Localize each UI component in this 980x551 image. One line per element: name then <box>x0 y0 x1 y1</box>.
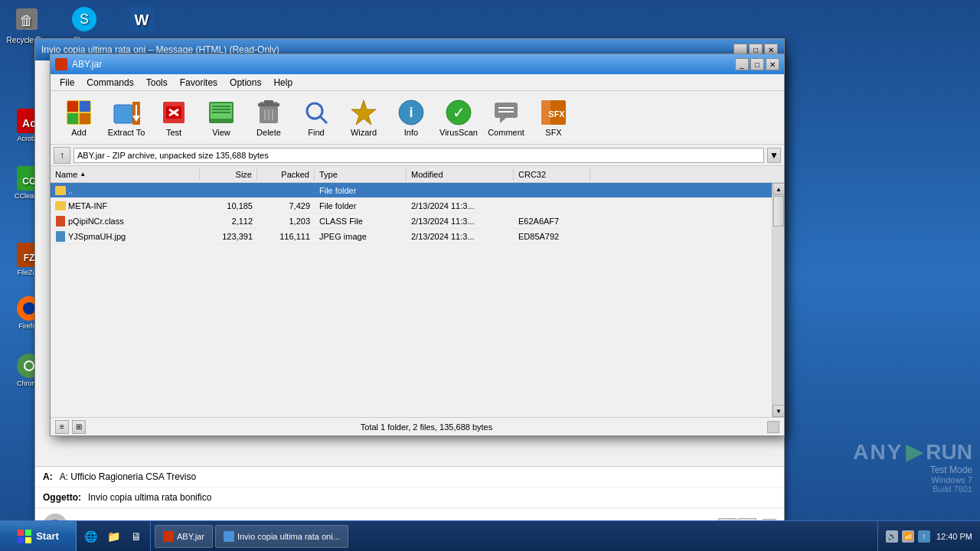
toolbar-info-btn[interactable]: i Info <box>389 95 433 141</box>
menu-file[interactable]: File <box>54 76 80 90</box>
corner-resize[interactable] <box>767 421 779 433</box>
toolbar-test-btn[interactable]: Test <box>152 95 196 141</box>
svg-rect-21 <box>80 113 90 124</box>
file-list-content: .. File folder <box>51 183 772 417</box>
svg-text:✓: ✓ <box>452 104 466 121</box>
vertical-scrollbar[interactable]: ▲ ▼ <box>772 183 784 417</box>
tray-clock[interactable]: 12:40 PM <box>936 532 972 541</box>
status-btn-1[interactable]: ≡ <box>55 420 69 434</box>
toolbar-delete-label: Delete <box>256 128 281 137</box>
file-crc32-cell: ED85A792 <box>514 232 590 241</box>
winrar-close-btn[interactable]: ✕ <box>766 58 779 70</box>
file-size-cell: 2,112 <box>200 217 257 226</box>
delete-icon <box>255 99 283 126</box>
col-header-crc32[interactable]: CRC32 <box>514 168 590 181</box>
toolbar-find-btn[interactable]: Find <box>294 95 338 141</box>
toolbar-virusscan-label: VirusScan <box>439 128 478 137</box>
quick-launch-ie[interactable]: 🌐 <box>80 526 101 547</box>
taskbar-item-icon <box>224 531 234 542</box>
table-row[interactable]: pQipiNCr.class 2,112 1,203 CLASS File 2/… <box>51 214 772 229</box>
winrar-main-area: File Commands Tools Favorites Options He… <box>51 74 784 435</box>
sort-arrow-name: ▲ <box>80 171 86 178</box>
tray-icon-notifications[interactable]: ! <box>918 530 930 543</box>
file-modified-cell: 2/13/2024 11:3... <box>407 217 514 226</box>
taskbar-items: ABY.jar Invio copia ultima rata oni... <box>151 521 877 551</box>
status-text: Total 1 folder, 2 files, 135,688 bytes <box>313 422 541 432</box>
table-row[interactable]: .. File folder <box>51 183 772 198</box>
email-subject-value: Invio copia ultima rata bonifico <box>88 492 211 503</box>
table-row[interactable]: YJSpmaUH.jpg 123,391 116,111 JPEG image … <box>51 229 772 244</box>
taskbar-item-winrar[interactable]: ABY.jar <box>155 525 213 548</box>
toolbar-comment-btn[interactable]: Comment <box>484 95 528 141</box>
tray-icons: 🔊 📶 ! <box>886 530 930 543</box>
svg-point-16 <box>25 362 33 370</box>
scroll-down-arrow[interactable]: ▼ <box>773 405 784 417</box>
menu-options[interactable]: Options <box>224 76 267 90</box>
winrar-address-bar: ↑ ABY.jar - ZIP archive, unpacked size 1… <box>51 145 784 166</box>
comment-icon <box>492 99 520 126</box>
scroll-thumb[interactable] <box>773 196 784 227</box>
toolbar-view-btn[interactable]: View <box>199 95 243 141</box>
toolbar-extract-btn[interactable]: Extract To <box>104 95 149 141</box>
toolbar-sfx-btn[interactable]: SFX SFX <box>531 95 576 141</box>
taskbar-tray: 🔊 📶 ! 12:40 PM <box>877 521 980 551</box>
menu-tools[interactable]: Tools <box>140 76 174 90</box>
toolbar-wizard-btn[interactable]: Wizard <box>341 95 386 141</box>
svg-rect-19 <box>80 101 90 112</box>
svg-rect-36 <box>258 103 279 106</box>
winrar-status-bar: ≡ ⊞ Total 1 folder, 2 files, 135,688 byt… <box>51 417 784 435</box>
status-btn-2[interactable]: ⊞ <box>72 420 86 434</box>
email-to-row: A: A: Ufficio Ragioneria CSA Treviso <box>35 467 784 487</box>
file-type-cell: File folder <box>315 186 407 195</box>
svg-marker-43 <box>351 100 376 125</box>
extract-icon <box>113 99 140 126</box>
wizard-icon <box>350 99 377 126</box>
table-row[interactable]: META-INF 10,185 7,429 File folder 2/13/2… <box>51 198 772 214</box>
toolbar-delete-btn[interactable]: Delete <box>247 95 291 141</box>
svg-text:i: i <box>409 105 413 120</box>
col-header-packed[interactable]: Packed <box>257 168 315 181</box>
toolbar-wizard-label: Wizard <box>351 128 377 137</box>
start-button[interactable]: Start <box>0 521 77 552</box>
address-up-btn[interactable]: ↑ <box>54 147 70 164</box>
toolbar-find-label: Find <box>308 128 324 137</box>
svg-rect-37 <box>264 100 273 103</box>
winrar-menu-bar: File Commands Tools Favorites Options He… <box>51 74 784 91</box>
quick-launch-explorer[interactable]: 📁 <box>103 526 124 547</box>
scroll-track[interactable] <box>773 195 784 405</box>
address-input-display: ABY.jar - ZIP archive, unpacked size 135… <box>74 148 764 163</box>
tray-icon-sound[interactable]: 🔊 <box>886 530 898 543</box>
file-size-cell: 123,391 <box>200 232 257 241</box>
col-header-type[interactable]: Type <box>315 168 407 181</box>
toolbar-virusscan-btn[interactable]: ✓ VirusScan <box>436 95 481 141</box>
menu-favorites[interactable]: Favorites <box>174 76 224 90</box>
toolbar-add-btn[interactable]: Add <box>57 95 101 141</box>
menu-help[interactable]: Help <box>267 76 299 90</box>
tray-icon-network[interactable]: 📶 <box>902 530 914 543</box>
winrar-file-list: Name ▲ Size Packed Type Modified <box>51 166 784 417</box>
taskbar-item-email[interactable]: Invio copia ultima rata oni... <box>215 525 348 548</box>
quick-launch-show-desktop[interactable]: 🖥 <box>126 526 147 547</box>
info-icon: i <box>397 99 425 126</box>
scroll-up-arrow[interactable]: ▲ <box>773 183 784 195</box>
col-header-size[interactable]: Size <box>200 168 257 181</box>
add-icon <box>65 99 93 126</box>
email-to-value: A: Ufficio Ragioneria CSA Treviso <box>60 471 197 482</box>
desktop-icon-word[interactable]: W <box>119 4 165 36</box>
toolbar-extract-label: Extract To <box>108 128 145 137</box>
svg-rect-31 <box>211 103 232 119</box>
toolbar-test-label: Test <box>166 128 181 137</box>
col-header-modified[interactable]: Modified <box>407 168 514 181</box>
toolbar-view-label: View <box>212 128 230 137</box>
address-dropdown-btn[interactable]: ▼ <box>767 148 781 163</box>
anyrun-testmode: Test Mode <box>853 465 972 475</box>
menu-commands[interactable]: Commands <box>80 76 139 90</box>
virusscan-icon: ✓ <box>445 99 472 126</box>
file-modified-cell: 2/13/2024 11:3... <box>407 201 514 210</box>
winrar-restore-btn[interactable]: □ <box>750 58 764 70</box>
test-icon <box>160 99 188 126</box>
status-left-area: ≡ ⊞ <box>55 420 86 434</box>
winrar-minimize-btn[interactable]: _ <box>735 58 749 70</box>
folder-icon <box>55 201 66 211</box>
col-header-name[interactable]: Name ▲ <box>51 168 200 181</box>
